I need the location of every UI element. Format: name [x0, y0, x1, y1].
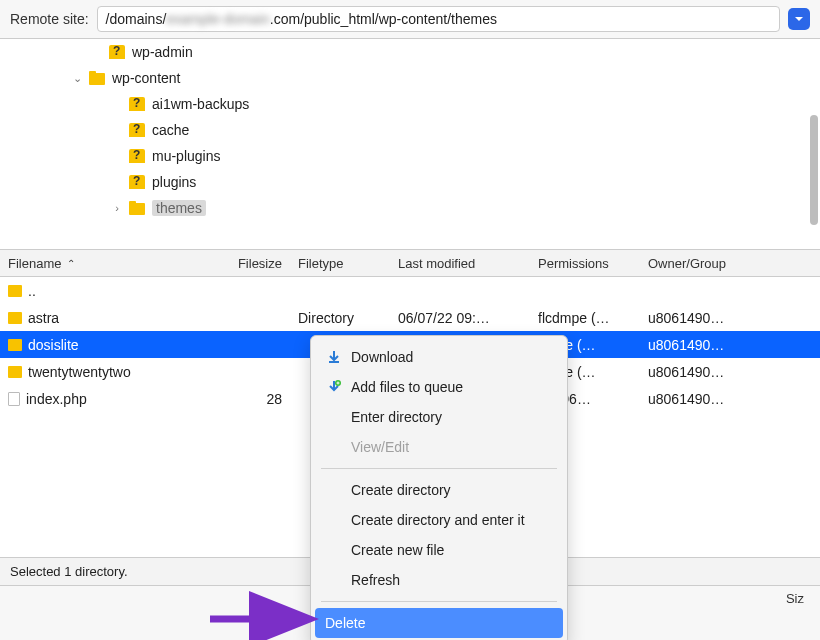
tree-item-mu-plugins[interactable]: mu-plugins — [0, 143, 820, 169]
sort-caret-icon: ⌃ — [67, 258, 75, 269]
file-name: dosislite — [28, 337, 79, 353]
download-icon — [325, 350, 343, 364]
path-blur: example-domain — [166, 11, 270, 27]
file-owner: u8061490… — [640, 310, 750, 326]
file-modified: 06/07/22 09:… — [390, 310, 530, 326]
file-name: index.php — [26, 391, 87, 407]
path-suffix: .com/public_html/wp-content/themes — [270, 11, 497, 27]
tree-label: mu-plugins — [152, 148, 220, 164]
menu-separator — [321, 468, 557, 469]
path-dropdown-button[interactable] — [788, 8, 810, 30]
tree-scrollbar[interactable] — [810, 115, 818, 225]
unknown-folder-icon — [128, 173, 146, 191]
svg-rect-1 — [89, 71, 96, 75]
col-owner-group[interactable]: Owner/Group — [640, 256, 750, 271]
path-prefix: /domains/ — [106, 11, 167, 27]
tree-item-themes[interactable]: ›themes — [0, 195, 820, 221]
file-list-header[interactable]: Filename⌃ Filesize Filetype Last modifie… — [0, 249, 820, 277]
file-size: 28 — [210, 391, 290, 407]
tree-item-wp-content[interactable]: ⌄wp-content — [0, 65, 820, 91]
menu-item-add-files-to-queue[interactable]: Add files to queue — [311, 372, 567, 402]
col-filename[interactable]: Filename⌃ — [0, 256, 210, 271]
menu-item-label: Enter directory — [351, 409, 442, 425]
tree-label: themes — [152, 200, 206, 216]
menu-item-label: View/Edit — [351, 439, 409, 455]
menu-item-delete[interactable]: Delete — [315, 608, 563, 638]
tree-label: cache — [152, 122, 189, 138]
menu-item-refresh[interactable]: Refresh — [311, 565, 567, 595]
chevron-down-icon — [794, 14, 804, 24]
unknown-folder-icon — [128, 121, 146, 139]
menu-item-label: Create directory — [351, 482, 451, 498]
tree-item-cache[interactable]: cache — [0, 117, 820, 143]
menu-item-create-new-file[interactable]: Create new file — [311, 535, 567, 565]
col-last-modified[interactable]: Last modified — [390, 256, 530, 271]
menu-item-label: Delete — [325, 615, 365, 631]
folder-icon — [8, 285, 22, 297]
tree-label: wp-admin — [132, 44, 193, 60]
menu-item-label: Add files to queue — [351, 379, 463, 395]
tree-item-ai1wm-backups[interactable]: ai1wm-backups — [0, 91, 820, 117]
menu-item-label: Create new file — [351, 542, 444, 558]
tree-label: ai1wm-backups — [152, 96, 249, 112]
menu-item-view-edit: View/Edit — [311, 432, 567, 462]
col-filetype[interactable]: Filetype — [290, 256, 390, 271]
folder-icon — [128, 199, 146, 217]
remote-site-path-bar: Remote site: /domains/example-domain.com… — [0, 0, 820, 39]
menu-item-label: Create directory and enter it — [351, 512, 525, 528]
file-name: .. — [28, 283, 36, 299]
unknown-folder-icon — [128, 147, 146, 165]
menu-item-label: Refresh — [351, 572, 400, 588]
file-name: astra — [28, 310, 59, 326]
file-owner: u8061490… — [640, 364, 750, 380]
menu-separator — [321, 601, 557, 602]
tree-item-wp-admin[interactable]: wp-admin — [0, 39, 820, 65]
menu-item-create-directory-and-enter-it[interactable]: Create directory and enter it — [311, 505, 567, 535]
arrow-annotation — [210, 604, 320, 637]
folder-icon — [8, 312, 22, 324]
file-name: twentytwentytwo — [28, 364, 131, 380]
tree-label: wp-content — [112, 70, 180, 86]
menu-item-create-directory[interactable]: Create directory — [311, 475, 567, 505]
folder-icon — [8, 339, 22, 351]
menu-item-label: Download — [351, 349, 413, 365]
tree-item-plugins[interactable]: plugins — [0, 169, 820, 195]
expander-icon[interactable]: ⌄ — [70, 72, 84, 85]
file-icon — [8, 392, 20, 406]
unknown-folder-icon — [108, 43, 126, 61]
table-row[interactable]: .. — [0, 277, 820, 304]
file-owner: u8061490… — [640, 391, 750, 407]
file-type: Directory — [290, 310, 390, 326]
file-owner: u8061490… — [640, 337, 750, 353]
context-menu[interactable]: DownloadAdd files to queueEnter director… — [310, 335, 568, 640]
remote-site-label: Remote site: — [10, 11, 89, 27]
remote-tree-pane[interactable]: wp-admin⌄wp-contentai1wm-backupscachemu-… — [0, 39, 820, 249]
col-permissions[interactable]: Permissions — [530, 256, 640, 271]
col-filesize[interactable]: Filesize — [210, 256, 290, 271]
expander-icon[interactable]: › — [110, 202, 124, 214]
col-siz[interactable]: Siz — [786, 591, 804, 606]
remote-path-input[interactable]: /domains/example-domain.com/public_html/… — [97, 6, 780, 32]
tree-label: plugins — [152, 174, 196, 190]
svg-rect-3 — [129, 201, 136, 205]
folder-icon — [8, 366, 22, 378]
unknown-folder-icon — [128, 95, 146, 113]
folder-icon — [88, 69, 106, 87]
menu-item-enter-directory[interactable]: Enter directory — [311, 402, 567, 432]
add-queue-icon — [325, 380, 343, 394]
table-row[interactable]: astraDirectory06/07/22 09:…flcdmpe (…u80… — [0, 304, 820, 331]
file-permissions: flcdmpe (… — [530, 310, 640, 326]
menu-item-download[interactable]: Download — [311, 342, 567, 372]
